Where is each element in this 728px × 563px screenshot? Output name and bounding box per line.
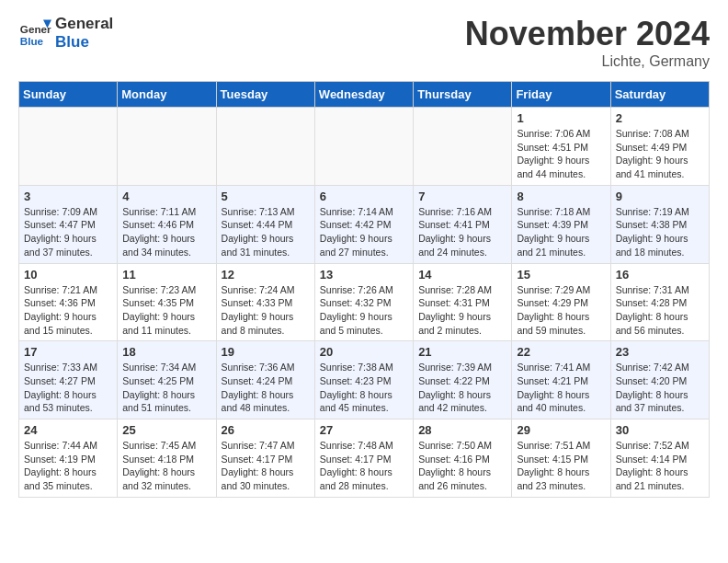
day-info: Sunrise: 7:47 AM Sunset: 4:17 PM Dayligh…: [222, 439, 310, 493]
calendar-cell: [118, 108, 216, 186]
weekday-header: Tuesday: [216, 82, 314, 108]
weekday-header: Friday: [512, 82, 610, 108]
calendar-cell: 26Sunrise: 7:47 AM Sunset: 4:17 PM Dayli…: [216, 419, 314, 498]
calendar-cell: 25Sunrise: 7:45 AM Sunset: 4:18 PM Dayli…: [118, 419, 216, 498]
calendar-cell: 5Sunrise: 7:13 AM Sunset: 4:44 PM Daylig…: [216, 185, 314, 263]
calendar-cell: 1Sunrise: 7:06 AM Sunset: 4:51 PM Daylig…: [512, 108, 610, 186]
day-number: 2: [616, 111, 704, 125]
day-number: 23: [616, 345, 704, 359]
calendar-cell: 12Sunrise: 7:24 AM Sunset: 4:33 PM Dayli…: [216, 263, 314, 341]
calendar-cell: 24Sunrise: 7:44 AM Sunset: 4:19 PM Dayli…: [19, 419, 118, 498]
day-info: Sunrise: 7:06 AM Sunset: 4:51 PM Dayligh…: [517, 127, 605, 181]
title-block: November 2024 Lichte, Germany: [465, 15, 710, 70]
day-info: Sunrise: 7:08 AM Sunset: 4:49 PM Dayligh…: [616, 127, 704, 181]
calendar-cell: 23Sunrise: 7:42 AM Sunset: 4:20 PM Dayli…: [610, 341, 709, 419]
logo-icon: General Blue: [18, 17, 51, 50]
day-info: Sunrise: 7:11 AM Sunset: 4:46 PM Dayligh…: [122, 205, 210, 259]
calendar-cell: [216, 108, 314, 186]
day-info: Sunrise: 7:42 AM Sunset: 4:20 PM Dayligh…: [616, 361, 704, 415]
day-info: Sunrise: 7:50 AM Sunset: 4:16 PM Dayligh…: [418, 439, 506, 493]
day-number: 10: [24, 268, 112, 282]
day-info: Sunrise: 7:24 AM Sunset: 4:33 PM Dayligh…: [222, 283, 310, 338]
day-number: 25: [122, 423, 210, 437]
calendar-cell: [19, 108, 118, 186]
day-info: Sunrise: 7:09 AM Sunset: 4:47 PM Dayligh…: [24, 205, 112, 259]
day-number: 22: [517, 345, 605, 359]
month-title: November 2024: [465, 15, 710, 53]
day-number: 13: [320, 268, 408, 282]
day-info: Sunrise: 7:39 AM Sunset: 4:22 PM Dayligh…: [418, 361, 506, 415]
day-number: 24: [24, 423, 112, 437]
calendar-cell: 28Sunrise: 7:50 AM Sunset: 4:16 PM Dayli…: [414, 419, 512, 498]
calendar-cell: 30Sunrise: 7:52 AM Sunset: 4:14 PM Dayli…: [610, 419, 709, 498]
day-number: 18: [122, 345, 210, 359]
day-number: 5: [222, 190, 310, 203]
calendar-table: SundayMondayTuesdayWednesdayThursdayFrid…: [18, 81, 710, 498]
day-number: 1: [517, 111, 605, 125]
day-number: 19: [222, 345, 310, 359]
day-info: Sunrise: 7:51 AM Sunset: 4:15 PM Dayligh…: [517, 439, 605, 493]
day-number: 16: [616, 268, 704, 282]
day-number: 3: [24, 190, 112, 203]
day-info: Sunrise: 7:18 AM Sunset: 4:39 PM Dayligh…: [517, 205, 605, 259]
day-info: Sunrise: 7:28 AM Sunset: 4:31 PM Dayligh…: [418, 283, 506, 338]
logo: General Blue General Blue: [18, 15, 113, 52]
calendar-cell: [314, 108, 413, 186]
calendar-cell: [414, 108, 512, 186]
day-number: 9: [616, 190, 704, 203]
weekday-header: Wednesday: [314, 82, 413, 108]
weekday-header: Monday: [118, 82, 216, 108]
day-number: 8: [517, 190, 605, 203]
calendar-cell: 7Sunrise: 7:16 AM Sunset: 4:41 PM Daylig…: [414, 185, 512, 263]
location: Lichte, Germany: [465, 53, 710, 70]
calendar-cell: 9Sunrise: 7:19 AM Sunset: 4:38 PM Daylig…: [610, 185, 709, 263]
day-info: Sunrise: 7:26 AM Sunset: 4:32 PM Dayligh…: [320, 283, 408, 338]
day-number: 26: [222, 423, 310, 437]
weekday-header: Saturday: [610, 82, 709, 108]
day-info: Sunrise: 7:31 AM Sunset: 4:28 PM Dayligh…: [616, 283, 704, 338]
calendar-cell: 10Sunrise: 7:21 AM Sunset: 4:36 PM Dayli…: [19, 263, 118, 341]
day-number: 7: [418, 190, 506, 203]
day-info: Sunrise: 7:13 AM Sunset: 4:44 PM Dayligh…: [222, 205, 310, 259]
day-info: Sunrise: 7:21 AM Sunset: 4:36 PM Dayligh…: [24, 283, 112, 338]
day-number: 30: [616, 423, 704, 437]
calendar-cell: 13Sunrise: 7:26 AM Sunset: 4:32 PM Dayli…: [314, 263, 413, 341]
calendar-cell: 4Sunrise: 7:11 AM Sunset: 4:46 PM Daylig…: [118, 185, 216, 263]
day-info: Sunrise: 7:14 AM Sunset: 4:42 PM Dayligh…: [320, 205, 408, 259]
day-info: Sunrise: 7:41 AM Sunset: 4:21 PM Dayligh…: [517, 361, 605, 415]
day-number: 27: [320, 423, 408, 437]
calendar-cell: 18Sunrise: 7:34 AM Sunset: 4:25 PM Dayli…: [118, 341, 216, 419]
weekday-header: Sunday: [19, 82, 118, 108]
day-number: 15: [517, 268, 605, 282]
day-number: 4: [122, 190, 210, 203]
day-number: 6: [320, 190, 408, 203]
day-number: 28: [418, 423, 506, 437]
calendar-cell: 8Sunrise: 7:18 AM Sunset: 4:39 PM Daylig…: [512, 185, 610, 263]
day-number: 11: [122, 268, 210, 282]
calendar-cell: 16Sunrise: 7:31 AM Sunset: 4:28 PM Dayli…: [610, 263, 709, 341]
calendar-cell: 3Sunrise: 7:09 AM Sunset: 4:47 PM Daylig…: [19, 185, 118, 263]
calendar-cell: 14Sunrise: 7:28 AM Sunset: 4:31 PM Dayli…: [414, 263, 512, 341]
day-number: 12: [222, 268, 310, 282]
calendar-cell: 2Sunrise: 7:08 AM Sunset: 4:49 PM Daylig…: [610, 108, 709, 186]
day-info: Sunrise: 7:44 AM Sunset: 4:19 PM Dayligh…: [24, 439, 112, 493]
day-info: Sunrise: 7:16 AM Sunset: 4:41 PM Dayligh…: [418, 205, 506, 259]
day-info: Sunrise: 7:36 AM Sunset: 4:24 PM Dayligh…: [222, 361, 310, 415]
svg-text:Blue: Blue: [20, 35, 44, 47]
day-info: Sunrise: 7:33 AM Sunset: 4:27 PM Dayligh…: [24, 361, 112, 415]
day-info: Sunrise: 7:23 AM Sunset: 4:35 PM Dayligh…: [122, 283, 210, 338]
day-info: Sunrise: 7:19 AM Sunset: 4:38 PM Dayligh…: [616, 205, 704, 259]
logo-general: General: [55, 15, 113, 33]
calendar-cell: 29Sunrise: 7:51 AM Sunset: 4:15 PM Dayli…: [512, 419, 610, 498]
calendar-cell: 11Sunrise: 7:23 AM Sunset: 4:35 PM Dayli…: [118, 263, 216, 341]
day-number: 14: [418, 268, 506, 282]
calendar-cell: 27Sunrise: 7:48 AM Sunset: 4:17 PM Dayli…: [314, 419, 413, 498]
day-number: 20: [320, 345, 408, 359]
page-header: General Blue General Blue November 2024 …: [18, 15, 710, 70]
logo-blue: Blue: [55, 33, 113, 52]
calendar-cell: 20Sunrise: 7:38 AM Sunset: 4:23 PM Dayli…: [314, 341, 413, 419]
calendar-cell: 15Sunrise: 7:29 AM Sunset: 4:29 PM Dayli…: [512, 263, 610, 341]
day-number: 21: [418, 345, 506, 359]
day-number: 29: [517, 423, 605, 437]
calendar-cell: 22Sunrise: 7:41 AM Sunset: 4:21 PM Dayli…: [512, 341, 610, 419]
